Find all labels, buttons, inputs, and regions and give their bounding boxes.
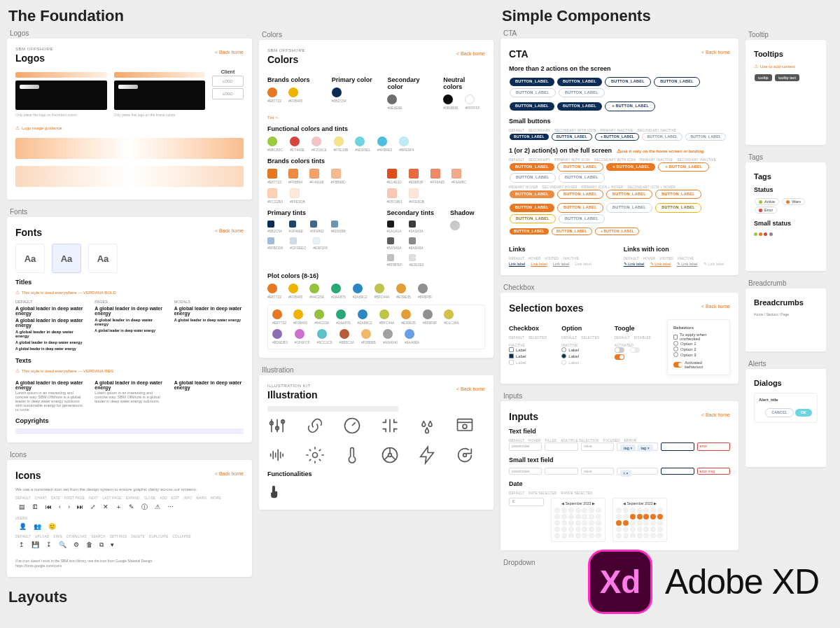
adobe-xd-icon: Xd: [588, 550, 652, 609]
radio-item-disabled: Label: [561, 360, 579, 365]
primary-button[interactable]: BUTTON_LABEL: [510, 78, 554, 86]
toggle-on[interactable]: [615, 354, 624, 360]
font-warning: This style is used everywhere — VERDANA …: [15, 290, 244, 295]
back-link[interactable]: < Back home: [456, 386, 485, 391]
illustration-card: < Back home ILLUSTRATION KIT Illustratio…: [259, 375, 493, 510]
checkbox-item[interactable]: Label: [509, 347, 526, 352]
back-link[interactable]: < Back home: [701, 412, 730, 417]
info-icon: ⓘ: [141, 503, 148, 512]
dialogs-card: Dialogs Alert_title CANCELOK: [746, 369, 826, 467]
calendar-icon: 🗓: [32, 503, 38, 510]
expand-icon: ⤢: [90, 503, 96, 510]
components-heading: Simple Components: [502, 7, 738, 25]
tooltips-card: Tooltips Use to add context tooltip tool…: [746, 40, 826, 145]
back-link[interactable]: < Back home: [215, 50, 244, 55]
tints-link[interactable]: Tint >: [267, 116, 485, 120]
font-sample-tile[interactable]: Aa: [88, 244, 118, 273]
back-link[interactable]: < Back home: [456, 51, 485, 56]
date-input[interactable]: 🗓: [509, 498, 544, 506]
text-input[interactable]: [545, 442, 578, 451]
multi-select-input[interactable]: tag ×tag ×: [617, 442, 658, 451]
selection-title: Selection boxes: [509, 302, 730, 314]
fonts-title: Fonts: [15, 227, 244, 238]
adobe-xd-branding: Xd Adobe XD: [588, 550, 819, 609]
checkbox-item-disabled: Label: [509, 360, 526, 365]
svg-point-20: [388, 454, 391, 457]
back-link[interactable]: < Back home: [701, 304, 730, 309]
cta-orange-button[interactable]: BUTTON_LABEL: [510, 163, 554, 172]
bar-chart-icon: ▤: [19, 503, 25, 510]
selection-card: < Back home Selection boxes Checkbox DEF…: [500, 293, 738, 384]
ghost-button[interactable]: BUTTON_LABEL: [510, 88, 556, 98]
toggle-off[interactable]: [615, 347, 624, 353]
alerts-label: Alerts: [748, 360, 826, 368]
compress-icon: [380, 416, 400, 435]
pencil-icon: ✎: [129, 503, 134, 510]
primary-button[interactable]: BUTTON_LABEL: [557, 78, 602, 86]
link-icon: [305, 416, 325, 435]
outline-icon-button[interactable]: ＋ BUTTON_LABEL: [605, 102, 655, 111]
fonts-card: < Back home Fonts Aa Aa Aa Titles This s…: [7, 217, 252, 442]
primary-button[interactable]: BUTTON_LABEL: [557, 102, 602, 111]
cta-outline-orange[interactable]: BUTTON_LABEL: [557, 162, 603, 172]
colors-title: Colors: [267, 54, 485, 65]
link-visited[interactable]: Link label: [553, 262, 569, 266]
back-link[interactable]: < Back home: [215, 471, 244, 476]
logo-dark-sample-2: [114, 81, 206, 110]
droplets-icon: [417, 416, 437, 435]
checkbox-label: Checkbox: [503, 284, 738, 291]
outline-button[interactable]: BUTTON_LABEL: [605, 77, 651, 87]
calendar-selected[interactable]: ◀ September 2023 ▶: [612, 498, 667, 542]
checkbox-item-checked[interactable]: Label: [509, 354, 526, 358]
cta-title: CTA: [509, 48, 730, 60]
outline-button[interactable]: BUTTON_LABEL: [654, 77, 700, 87]
cta-label: CTA: [503, 29, 738, 37]
radio-item-selected[interactable]: Label: [561, 354, 579, 358]
link-default[interactable]: Link label: [509, 262, 525, 266]
back-link[interactable]: < Back home: [215, 228, 244, 233]
calendar-open[interactable]: ◀ September 2023 ▶: [551, 498, 606, 542]
illustration-label: Illustration: [262, 366, 493, 374]
logo-warning: Logo usage guidance: [15, 125, 244, 131]
sliders-icon: [267, 416, 287, 435]
text-input-focused[interactable]: [661, 442, 694, 451]
icons-card: < Back home Icons We use a consistent ic…: [7, 460, 252, 577]
refresh-gear-icon: [455, 445, 475, 465]
logos-card: < Back home SBM OFFSHORE Logos Only plac…: [7, 39, 252, 200]
primary-button[interactable]: BUTTON_LABEL: [510, 102, 554, 111]
svg-line-22: [384, 456, 388, 460]
icon-grid: ▤🗓⏮‹›⏭⤢✕＋✎ⓘ⚠⋯: [15, 500, 244, 515]
svg-marker-24: [421, 447, 434, 463]
svg-point-18: [312, 453, 317, 458]
thermometer-icon: [342, 445, 362, 465]
link-hover[interactable]: Link label: [531, 262, 547, 266]
breadcrumb-label: Breadcrumb: [748, 279, 826, 287]
radio-item[interactable]: Label: [561, 347, 579, 352]
users-icon: 👥: [34, 523, 41, 530]
font-sample-tile-selected[interactable]: Aa: [52, 244, 81, 273]
browser-gear-icon: [455, 416, 475, 435]
ghost-button[interactable]: BUTTON_LABEL: [559, 88, 605, 98]
icons-title: Icons: [15, 470, 244, 481]
text-input[interactable]: value: [581, 442, 614, 451]
illustration-grid: [267, 416, 485, 465]
inputs-label: Inputs: [503, 392, 738, 400]
waveform-icon: [267, 445, 287, 465]
gear-icon: [305, 445, 325, 465]
font-sample-tile[interactable]: Aa: [15, 244, 45, 273]
back-link[interactable]: < Back home: [701, 50, 730, 55]
next-icon: ›: [68, 503, 70, 510]
tags-card: Tags Status Active Warn Error Small stat…: [746, 162, 826, 271]
logos-label: Logos: [10, 29, 252, 37]
svg-line-23: [391, 456, 396, 460]
user-circle-icon: 🙂: [48, 523, 56, 530]
plus-icon: ＋: [115, 503, 122, 512]
cta-card: < Back home CTA More than 2 actions on t…: [500, 39, 738, 275]
adobe-xd-text: Adobe XD: [665, 561, 819, 602]
text-input-error[interactable]: error: [697, 442, 730, 451]
user-icon: 👤: [19, 523, 27, 530]
inputs-title: Inputs: [509, 411, 730, 422]
svg-point-11: [463, 424, 467, 428]
text-input[interactable]: placeholder: [509, 442, 542, 451]
illustration-title: Illustration: [267, 389, 485, 400]
